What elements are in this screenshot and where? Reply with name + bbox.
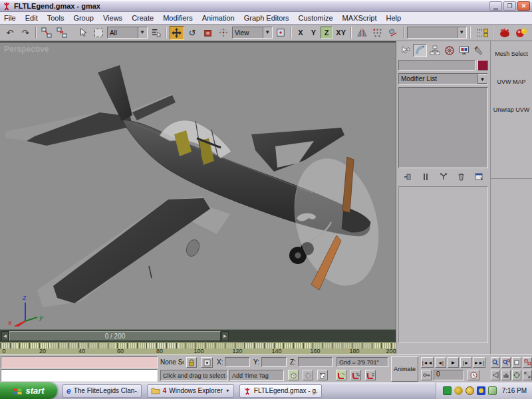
chevron-down-icon[interactable]: ▼ bbox=[477, 74, 487, 84]
menu-graph-editors[interactable]: Graph Editors bbox=[244, 14, 289, 22]
snap-toggle-3d-icon[interactable] bbox=[288, 370, 299, 380]
chevron-down-icon[interactable]: ▼ bbox=[263, 27, 272, 38]
menu-customize[interactable]: Customize bbox=[299, 14, 333, 22]
undo-icon[interactable]: ↶ bbox=[3, 26, 17, 40]
add-time-tag[interactable]: Add Time Tag bbox=[229, 370, 284, 381]
y-coordinate-field[interactable] bbox=[261, 357, 287, 367]
menu-tools[interactable]: Tools bbox=[47, 14, 65, 22]
menu-edit[interactable]: Edit bbox=[25, 14, 38, 22]
select-and-manipulate-icon[interactable] bbox=[217, 26, 231, 40]
time-slider-handle[interactable]: 0 / 200 bbox=[9, 331, 221, 341]
perspective-viewport[interactable]: Perspective bbox=[0, 41, 396, 329]
start-button[interactable]: start bbox=[0, 382, 57, 399]
selection-region-icon[interactable] bbox=[91, 26, 105, 40]
modifier-list-dropdown[interactable]: Modifier List ▼ bbox=[398, 73, 488, 84]
previous-frame-button[interactable]: ◄| bbox=[435, 357, 446, 368]
menu-maxscript[interactable]: MAXScript bbox=[342, 14, 377, 22]
menu-file[interactable]: File bbox=[4, 14, 16, 22]
selection-lock-icon[interactable] bbox=[186, 357, 197, 368]
tray-icon-4[interactable] bbox=[477, 386, 485, 395]
unlink-selection-icon[interactable] bbox=[55, 26, 68, 40]
select-and-move-icon[interactable] bbox=[170, 26, 184, 40]
menu-modifiers[interactable]: Modifiers bbox=[163, 14, 193, 22]
object-color-swatch[interactable] bbox=[477, 60, 488, 70]
angle-snap-icon[interactable] bbox=[336, 370, 346, 380]
menu-create[interactable]: Create bbox=[132, 14, 154, 22]
go-to-start-button[interactable]: |◄◄ bbox=[421, 357, 434, 368]
utilities-tab-icon[interactable] bbox=[471, 44, 485, 57]
arc-rotate-icon[interactable] bbox=[512, 370, 521, 380]
next-frame-arrow[interactable]: ► bbox=[221, 331, 229, 341]
tray-icon-5[interactable] bbox=[488, 386, 497, 395]
taskbar-item-explorer-group[interactable]: 4 Windows Explorer ▼ bbox=[147, 384, 234, 398]
display-tab-icon[interactable] bbox=[457, 44, 471, 57]
create-tab-icon[interactable] bbox=[398, 44, 412, 57]
x-constraint-button[interactable]: X bbox=[295, 27, 307, 39]
use-pivot-center-icon[interactable] bbox=[274, 26, 288, 40]
current-frame-field[interactable]: 0 bbox=[434, 370, 464, 380]
field-of-view-icon[interactable] bbox=[491, 370, 500, 380]
make-unique-button[interactable] bbox=[436, 171, 451, 182]
tray-icon-2[interactable] bbox=[454, 386, 463, 395]
redo-icon[interactable]: ↷ bbox=[18, 26, 32, 40]
next-frame-button[interactable]: |► bbox=[460, 357, 471, 368]
aircraft-model[interactable] bbox=[0, 43, 396, 329]
render-icon[interactable] bbox=[497, 26, 512, 40]
pan-hand-icon[interactable] bbox=[501, 370, 511, 380]
menu-help[interactable]: Help bbox=[386, 14, 402, 22]
modifier-stack-list[interactable] bbox=[398, 87, 488, 168]
zoom-icon[interactable] bbox=[491, 357, 500, 368]
uvw-map-button[interactable]: UVW MAP bbox=[491, 76, 532, 88]
select-by-name-icon[interactable] bbox=[149, 26, 163, 40]
maxscript-listener-line[interactable] bbox=[1, 369, 158, 382]
x-coordinate-field[interactable] bbox=[225, 357, 250, 367]
material-editor-icon[interactable] bbox=[514, 26, 529, 40]
min-max-toggle-icon[interactable] bbox=[523, 370, 532, 380]
animate-button[interactable]: Animate bbox=[391, 356, 418, 382]
track-bar[interactable]: 0 20 40 60 80 100 120 140 160 180 200 bbox=[0, 342, 396, 354]
absolute-offset-toggle-icon[interactable] bbox=[201, 357, 213, 368]
hierarchy-tab-icon[interactable] bbox=[428, 44, 442, 57]
z-constraint-button[interactable]: Z bbox=[321, 27, 332, 39]
close-button[interactable]: ✕ bbox=[517, 1, 530, 11]
zoom-extents-icon[interactable] bbox=[512, 357, 521, 368]
select-object-icon[interactable] bbox=[76, 26, 90, 40]
unwrap-uvw-button[interactable]: Unwrap UVW bbox=[491, 104, 532, 116]
minimize-button[interactable]: ▁ bbox=[489, 1, 502, 11]
macro-recorder-line[interactable] bbox=[1, 356, 158, 368]
xy-constraint-button[interactable]: XY bbox=[334, 27, 348, 39]
time-configuration-icon[interactable] bbox=[467, 370, 479, 380]
zoom-extents-all-icon[interactable] bbox=[523, 357, 532, 368]
select-and-rotate-icon[interactable]: ↺ bbox=[186, 26, 200, 40]
array-icon[interactable] bbox=[370, 26, 384, 40]
restore-button[interactable]: ❐ bbox=[503, 1, 516, 11]
menu-views[interactable]: Views bbox=[103, 14, 122, 22]
remove-modifier-button[interactable] bbox=[454, 171, 469, 182]
previous-frame-arrow[interactable]: ◄ bbox=[1, 331, 9, 341]
select-and-link-icon[interactable] bbox=[39, 26, 53, 40]
pin-stack-button[interactable] bbox=[400, 171, 415, 182]
object-name-field[interactable] bbox=[398, 60, 475, 70]
mesh-select-button[interactable]: Mesh Select bbox=[491, 48, 532, 60]
align-icon[interactable] bbox=[386, 26, 400, 40]
tray-icon-3[interactable] bbox=[466, 386, 474, 395]
key-mode-toggle-icon[interactable] bbox=[421, 370, 432, 380]
edit-stack-button[interactable] bbox=[471, 171, 487, 182]
named-selection-dropdown[interactable]: ▼ bbox=[407, 27, 467, 39]
chevron-down-icon[interactable]: ▼ bbox=[457, 27, 466, 38]
go-to-end-button[interactable]: ►►| bbox=[473, 357, 485, 368]
show-end-result-button[interactable] bbox=[418, 171, 433, 182]
taskbar-item-browser[interactable]: e The FliteLegids Clan-... bbox=[63, 384, 142, 398]
taskbar-item-gmax[interactable]: FLTLEgend.gmax - g... bbox=[239, 384, 322, 398]
selection-filter-dropdown[interactable]: All▼ bbox=[107, 27, 148, 39]
spinner-snap-icon[interactable] bbox=[365, 370, 376, 380]
track-view-icon[interactable] bbox=[473, 26, 490, 40]
play-button[interactable]: ► bbox=[448, 357, 459, 368]
snap-toggle-2d-icon[interactable] bbox=[317, 370, 328, 380]
chevron-down-icon[interactable]: ▼ bbox=[225, 388, 230, 393]
menu-animation[interactable]: Animation bbox=[202, 14, 235, 22]
modify-tab-icon[interactable] bbox=[413, 44, 427, 57]
menu-group[interactable]: Group bbox=[73, 14, 94, 22]
mirror-icon[interactable] bbox=[354, 26, 368, 40]
zoom-all-icon[interactable] bbox=[501, 357, 511, 368]
